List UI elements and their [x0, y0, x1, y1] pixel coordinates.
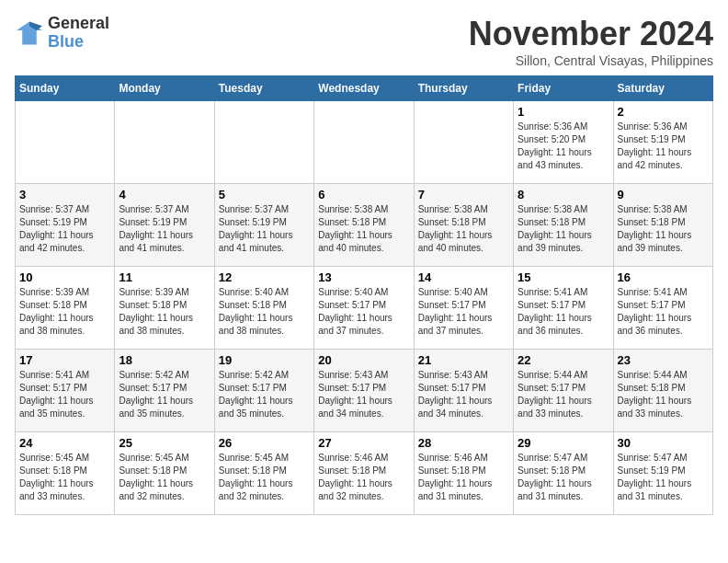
- day-number: 15: [518, 270, 609, 284]
- day-info: Sunrise: 5:39 AM Sunset: 5:18 PM Dayligh…: [19, 286, 110, 338]
- day-info: Sunrise: 5:41 AM Sunset: 5:17 PM Dayligh…: [618, 286, 709, 338]
- day-info: Sunrise: 5:41 AM Sunset: 5:17 PM Dayligh…: [19, 369, 110, 420]
- day-info: Sunrise: 5:36 AM Sunset: 5:20 PM Dayligh…: [518, 121, 609, 172]
- day-info: Sunrise: 5:38 AM Sunset: 5:18 PM Dayligh…: [418, 203, 509, 255]
- day-number: 11: [119, 270, 210, 284]
- calendar-cell: 11Sunrise: 5:39 AM Sunset: 5:18 PM Dayli…: [115, 267, 214, 350]
- calendar-cell: 12Sunrise: 5:40 AM Sunset: 5:18 PM Dayli…: [214, 267, 313, 350]
- day-number: 6: [318, 188, 409, 201]
- calendar-cell: 6Sunrise: 5:38 AM Sunset: 5:18 PM Daylig…: [314, 184, 414, 267]
- day-number: 12: [219, 270, 310, 284]
- calendar-cell: 28Sunrise: 5:46 AM Sunset: 5:18 PM Dayli…: [414, 432, 513, 515]
- day-info: Sunrise: 5:38 AM Sunset: 5:18 PM Dayligh…: [518, 203, 609, 255]
- day-number: 19: [219, 353, 310, 367]
- calendar-cell: 19Sunrise: 5:42 AM Sunset: 5:17 PM Dayli…: [214, 350, 313, 432]
- day-number: 7: [418, 188, 509, 201]
- weekday-header: Sunday: [16, 76, 115, 101]
- day-number: 5: [219, 188, 310, 201]
- logo-text: General Blue: [48, 15, 109, 52]
- location: Sillon, Central Visayas, Philippines: [469, 53, 713, 68]
- calendar-cell: 17Sunrise: 5:41 AM Sunset: 5:17 PM Dayli…: [16, 350, 115, 432]
- calendar-cell: 7Sunrise: 5:38 AM Sunset: 5:18 PM Daylig…: [414, 184, 513, 267]
- day-info: Sunrise: 5:36 AM Sunset: 5:19 PM Dayligh…: [618, 121, 709, 172]
- logo: General Blue: [15, 15, 109, 52]
- weekday-header: Monday: [115, 76, 214, 101]
- weekday-header: Thursday: [414, 76, 513, 101]
- day-info: Sunrise: 5:41 AM Sunset: 5:17 PM Dayligh…: [518, 286, 609, 338]
- weekday-header: Saturday: [613, 76, 712, 101]
- calendar-cell: 29Sunrise: 5:47 AM Sunset: 5:18 PM Dayli…: [514, 432, 613, 515]
- day-info: Sunrise: 5:45 AM Sunset: 5:18 PM Dayligh…: [119, 452, 210, 503]
- calendar-cell: [214, 101, 313, 184]
- calendar-cell: 24Sunrise: 5:45 AM Sunset: 5:18 PM Dayli…: [16, 432, 115, 515]
- calendar-cell: 26Sunrise: 5:45 AM Sunset: 5:18 PM Dayli…: [214, 432, 313, 515]
- day-info: Sunrise: 5:43 AM Sunset: 5:17 PM Dayligh…: [418, 369, 509, 420]
- logo-icon: [15, 20, 44, 46]
- day-number: 23: [618, 353, 709, 367]
- day-info: Sunrise: 5:46 AM Sunset: 5:18 PM Dayligh…: [418, 452, 509, 503]
- day-info: Sunrise: 5:42 AM Sunset: 5:17 PM Dayligh…: [119, 369, 210, 420]
- day-info: Sunrise: 5:47 AM Sunset: 5:19 PM Dayligh…: [618, 452, 709, 503]
- day-info: Sunrise: 5:40 AM Sunset: 5:17 PM Dayligh…: [318, 286, 409, 338]
- page-header: General Blue November 2024 Sillon, Centr…: [15, 15, 713, 68]
- day-number: 17: [19, 353, 110, 367]
- day-number: 20: [318, 353, 409, 367]
- day-number: 27: [318, 436, 409, 450]
- day-number: 25: [119, 436, 210, 450]
- day-number: 18: [119, 353, 210, 367]
- calendar-cell: 2Sunrise: 5:36 AM Sunset: 5:19 PM Daylig…: [613, 101, 712, 184]
- day-number: 1: [518, 105, 609, 119]
- day-number: 26: [219, 436, 310, 450]
- calendar-cell: [414, 101, 513, 184]
- day-number: 3: [19, 188, 110, 201]
- day-number: 13: [318, 270, 409, 284]
- calendar-cell: 8Sunrise: 5:38 AM Sunset: 5:18 PM Daylig…: [514, 184, 613, 267]
- weekday-header: Friday: [514, 76, 613, 101]
- day-info: Sunrise: 5:38 AM Sunset: 5:18 PM Dayligh…: [618, 203, 709, 255]
- day-info: Sunrise: 5:40 AM Sunset: 5:18 PM Dayligh…: [219, 286, 310, 338]
- day-info: Sunrise: 5:38 AM Sunset: 5:18 PM Dayligh…: [318, 203, 409, 255]
- day-info: Sunrise: 5:40 AM Sunset: 5:17 PM Dayligh…: [418, 286, 509, 338]
- calendar-cell: 23Sunrise: 5:44 AM Sunset: 5:18 PM Dayli…: [613, 350, 712, 432]
- calendar-cell: 4Sunrise: 5:37 AM Sunset: 5:19 PM Daylig…: [115, 184, 214, 267]
- calendar-cell: 13Sunrise: 5:40 AM Sunset: 5:17 PM Dayli…: [314, 267, 414, 350]
- calendar-cell: 10Sunrise: 5:39 AM Sunset: 5:18 PM Dayli…: [16, 267, 115, 350]
- calendar-cell: 16Sunrise: 5:41 AM Sunset: 5:17 PM Dayli…: [613, 267, 712, 350]
- day-info: Sunrise: 5:46 AM Sunset: 5:18 PM Dayligh…: [318, 452, 409, 503]
- calendar-cell: 21Sunrise: 5:43 AM Sunset: 5:17 PM Dayli…: [414, 350, 513, 432]
- day-number: 8: [518, 188, 609, 201]
- calendar-cell: 3Sunrise: 5:37 AM Sunset: 5:19 PM Daylig…: [16, 184, 115, 267]
- calendar-cell: [16, 101, 115, 184]
- calendar-table: SundayMondayTuesdayWednesdayThursdayFrid…: [15, 75, 713, 515]
- calendar-cell: 22Sunrise: 5:44 AM Sunset: 5:17 PM Dayli…: [514, 350, 613, 432]
- calendar-cell: 1Sunrise: 5:36 AM Sunset: 5:20 PM Daylig…: [514, 101, 613, 184]
- calendar-cell: 14Sunrise: 5:40 AM Sunset: 5:17 PM Dayli…: [414, 267, 513, 350]
- calendar-cell: 30Sunrise: 5:47 AM Sunset: 5:19 PM Dayli…: [613, 432, 712, 515]
- day-number: 2: [618, 105, 709, 119]
- day-info: Sunrise: 5:43 AM Sunset: 5:17 PM Dayligh…: [318, 369, 409, 420]
- day-info: Sunrise: 5:44 AM Sunset: 5:17 PM Dayligh…: [518, 369, 609, 420]
- day-info: Sunrise: 5:42 AM Sunset: 5:17 PM Dayligh…: [219, 369, 310, 420]
- title-block: November 2024 Sillon, Central Visayas, P…: [469, 15, 713, 68]
- calendar-cell: 18Sunrise: 5:42 AM Sunset: 5:17 PM Dayli…: [115, 350, 214, 432]
- day-number: 22: [518, 353, 609, 367]
- calendar-cell: 20Sunrise: 5:43 AM Sunset: 5:17 PM Dayli…: [314, 350, 414, 432]
- day-number: 29: [518, 436, 609, 450]
- day-number: 10: [19, 270, 110, 284]
- day-number: 14: [418, 270, 509, 284]
- day-info: Sunrise: 5:45 AM Sunset: 5:18 PM Dayligh…: [19, 452, 110, 503]
- day-info: Sunrise: 5:44 AM Sunset: 5:18 PM Dayligh…: [618, 369, 709, 420]
- calendar-cell: [314, 101, 414, 184]
- calendar-cell: 27Sunrise: 5:46 AM Sunset: 5:18 PM Dayli…: [314, 432, 414, 515]
- day-number: 16: [618, 270, 709, 284]
- day-info: Sunrise: 5:45 AM Sunset: 5:18 PM Dayligh…: [219, 452, 310, 503]
- day-number: 21: [418, 353, 509, 367]
- day-number: 4: [119, 188, 210, 201]
- calendar-cell: 15Sunrise: 5:41 AM Sunset: 5:17 PM Dayli…: [514, 267, 613, 350]
- month-title: November 2024: [469, 15, 713, 53]
- weekday-header: Tuesday: [214, 76, 313, 101]
- calendar-cell: [115, 101, 214, 184]
- calendar-cell: 25Sunrise: 5:45 AM Sunset: 5:18 PM Dayli…: [115, 432, 214, 515]
- day-number: 28: [418, 436, 509, 450]
- day-number: 9: [618, 188, 709, 201]
